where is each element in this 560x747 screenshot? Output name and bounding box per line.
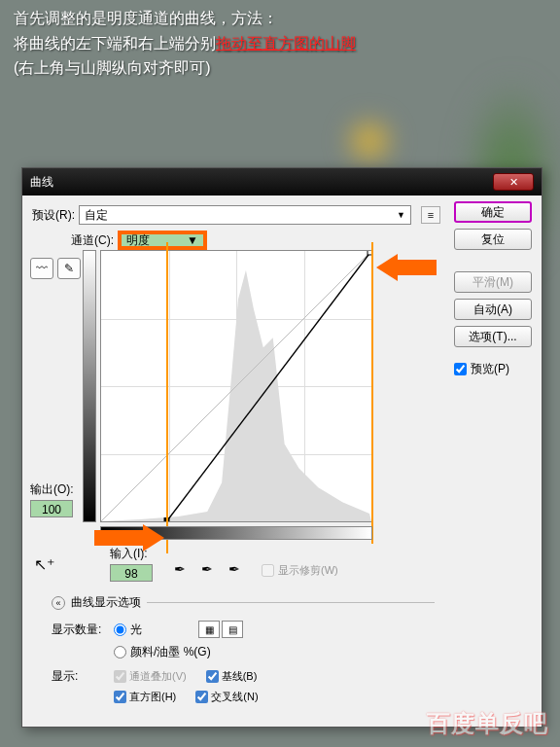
options-button[interactable]: 选项(T)... (454, 326, 532, 347)
output-gradient (83, 250, 96, 522)
black-eyedropper-icon[interactable]: ✒ (174, 561, 192, 579)
grid-large-icon[interactable]: ▤ (222, 621, 243, 638)
reset-button[interactable]: 复位 (454, 229, 532, 250)
show-label: 显示: (52, 668, 106, 685)
annotation-vline-right (371, 242, 373, 544)
amount-label: 显示数量: (52, 622, 106, 638)
input-label: 输入(I): (110, 546, 153, 562)
ok-button[interactable]: 确定 (454, 201, 532, 223)
titlebar[interactable]: 曲线 ✕ (22, 168, 542, 196)
curve-tool-icon[interactable]: 〰 (30, 258, 53, 279)
preset-value: 自定 (85, 207, 108, 224)
auto-button[interactable]: 自动(A) (454, 299, 532, 320)
instruction-text: 首先调整的是明度通道的曲线，方法： 将曲线的左下端和右上端分别拖动至直方图的山脚… (14, 6, 356, 81)
channel-label: 通道(C): (71, 232, 114, 249)
channel-combo[interactable]: 明度 ▼ (118, 231, 207, 250)
dropdown-icon: ▼ (397, 210, 405, 220)
curve-display-disclosure[interactable]: « 曲线显示选项 (52, 594, 435, 611)
preset-menu-icon[interactable]: ≡ (421, 206, 440, 224)
dialog-title: 曲线 (30, 174, 53, 191)
smooth-button[interactable]: 平滑(M) (454, 271, 532, 293)
chk-histogram[interactable]: 直方图(H) (114, 690, 176, 704)
curve-graph[interactable] (100, 250, 372, 522)
dropdown-icon: ▼ (187, 233, 198, 247)
preview-checkbox[interactable]: 预览(P) (454, 361, 532, 377)
curves-dialog: 曲线 ✕ 预设(R): 自定 ▼ ≡ 通道(C): 明度 ▼ 〰 ✎ (21, 167, 542, 728)
annotation-vline-left (166, 242, 168, 553)
output-value[interactable]: 100 (30, 500, 73, 517)
curve-line (101, 251, 371, 521)
instruction-line2: 将曲线的左下端和右上端分别拖动至直方图的山脚 (14, 31, 356, 56)
preset-combo[interactable]: 自定 ▼ (79, 205, 411, 225)
hand-zoom-tool[interactable]: ↖⁺ (34, 555, 54, 574)
grid-small-icon[interactable]: ▦ (198, 621, 220, 638)
chk-overlay[interactable]: 通道叠加(V) (114, 669, 187, 684)
radio-pigment[interactable]: 颜料/油墨 %(G) (114, 644, 211, 660)
svg-line-2 (167, 251, 371, 521)
instruction-highlight: 拖动至直方图的山脚 (216, 35, 356, 52)
close-button[interactable]: ✕ (493, 173, 534, 191)
radio-light[interactable]: 光 (114, 622, 142, 638)
annotation-arrow-topright (376, 254, 437, 281)
white-eyedropper-icon[interactable]: ✒ (228, 561, 246, 579)
input-value[interactable]: 98 (110, 564, 153, 582)
instruction-line1: 首先调整的是明度通道的曲线，方法： (14, 6, 356, 31)
svg-line-1 (101, 251, 371, 521)
pencil-tool-icon[interactable]: ✎ (57, 258, 81, 279)
output-label: 输出(O): (30, 481, 79, 498)
options-title: 曲线显示选项 (71, 594, 141, 611)
gray-eyedropper-icon[interactable]: ✒ (201, 561, 219, 579)
show-clipping-checkbox[interactable]: 显示修剪(W) (262, 563, 338, 578)
watermark: 百度单反吧 (427, 708, 548, 739)
instruction-line3: (右上角与山脚纵向对齐即可) (14, 55, 356, 81)
chk-intersection[interactable]: 交叉线(N) (195, 690, 258, 704)
channel-value: 明度 (126, 232, 150, 249)
disclosure-icon: « (52, 596, 65, 610)
chk-baseline[interactable]: 基线(B) (206, 669, 258, 684)
preset-label: 预设(R): (32, 207, 75, 224)
